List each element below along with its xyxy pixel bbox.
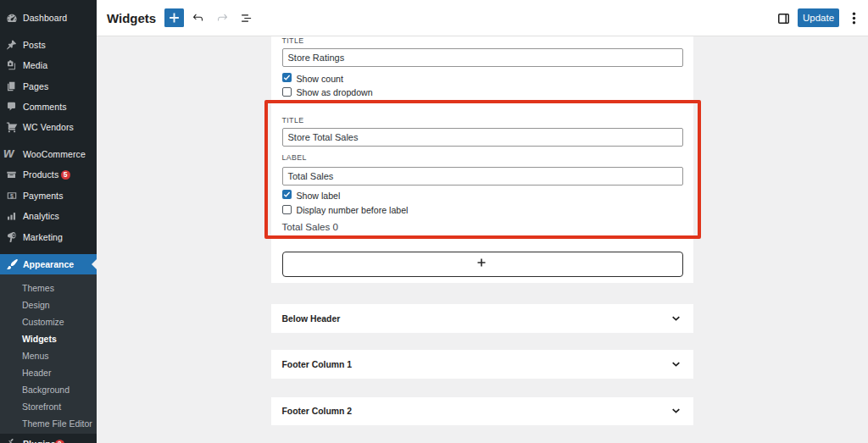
svg-text:$: $ <box>10 192 14 199</box>
